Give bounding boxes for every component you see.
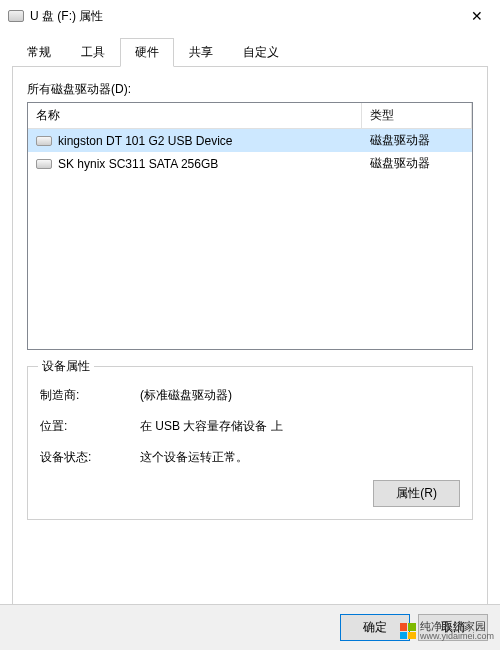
- row-status: 设备状态: 这个设备运转正常。: [40, 449, 460, 466]
- location-label: 位置:: [40, 418, 140, 435]
- properties-button[interactable]: 属性(R): [373, 480, 460, 507]
- col-type[interactable]: 类型: [362, 103, 472, 129]
- tab-hardware[interactable]: 硬件: [120, 38, 174, 67]
- tabstrip: 常规 工具 硬件 共享 自定义: [12, 38, 488, 67]
- group-legend: 设备属性: [38, 358, 94, 375]
- row-manufacturer: 制造商: (标准磁盘驱动器): [40, 387, 460, 404]
- drive-icon: [8, 10, 24, 22]
- tab-sharing[interactable]: 共享: [174, 38, 228, 67]
- drive-name: SK hynix SC311 SATA 256GB: [58, 157, 218, 171]
- cancel-button[interactable]: 取消: [418, 614, 488, 641]
- drives-label: 所有磁盘驱动器(D):: [27, 81, 473, 98]
- tab-customize[interactable]: 自定义: [228, 38, 294, 67]
- disk-icon: [36, 159, 52, 169]
- titlebar: U 盘 (F:) 属性 ✕: [0, 0, 500, 32]
- device-properties-group: 设备属性 制造商: (标准磁盘驱动器) 位置: 在 USB 大容量存储设备 上 …: [27, 366, 473, 520]
- window-title: U 盘 (F:) 属性: [30, 8, 454, 25]
- manufacturer-label: 制造商:: [40, 387, 140, 404]
- drive-type: 磁盘驱动器: [362, 152, 472, 175]
- drive-list[interactable]: 名称 类型 kingston DT 101 G2 USB Device磁盘驱动器…: [27, 102, 473, 350]
- drive-type: 磁盘驱动器: [362, 129, 472, 153]
- manufacturer-value: (标准磁盘驱动器): [140, 387, 460, 404]
- status-value: 这个设备运转正常。: [140, 449, 460, 466]
- row-location: 位置: 在 USB 大容量存储设备 上: [40, 418, 460, 435]
- close-button[interactable]: ✕: [454, 0, 500, 32]
- col-name[interactable]: 名称: [28, 103, 362, 129]
- tab-general[interactable]: 常规: [12, 38, 66, 67]
- location-value: 在 USB 大容量存储设备 上: [140, 418, 460, 435]
- dialog-content: 常规 工具 硬件 共享 自定义 所有磁盘驱动器(D): 名称 类型 kingst…: [0, 32, 500, 623]
- table-row[interactable]: kingston DT 101 G2 USB Device磁盘驱动器: [28, 129, 472, 153]
- tab-body: 所有磁盘驱动器(D): 名称 类型 kingston DT 101 G2 USB…: [12, 67, 488, 623]
- dialog-buttons: 确定 取消: [0, 604, 500, 650]
- table-row[interactable]: SK hynix SC311 SATA 256GB磁盘驱动器: [28, 152, 472, 175]
- drive-name: kingston DT 101 G2 USB Device: [58, 134, 233, 148]
- tab-tools[interactable]: 工具: [66, 38, 120, 67]
- ok-button[interactable]: 确定: [340, 614, 410, 641]
- status-label: 设备状态:: [40, 449, 140, 466]
- close-icon: ✕: [471, 8, 483, 24]
- disk-icon: [36, 136, 52, 146]
